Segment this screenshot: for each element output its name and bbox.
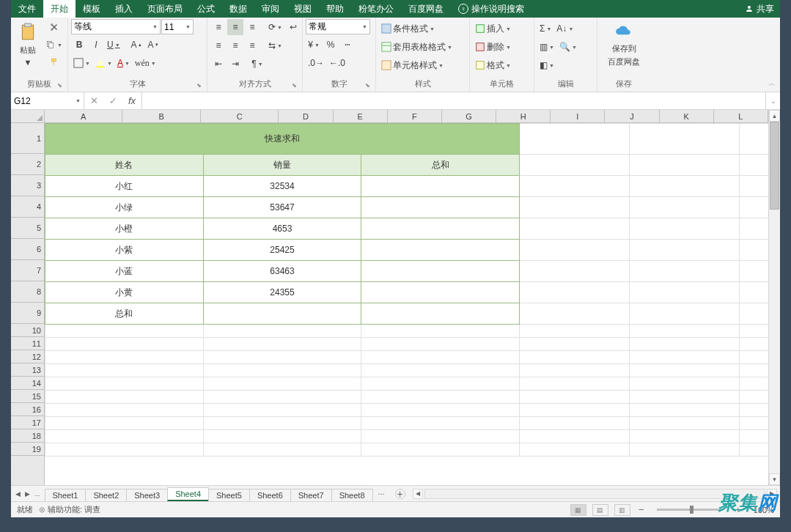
paste-button[interactable]: 粘贴 ▼: [14, 19, 42, 70]
cell[interactable]: [740, 404, 768, 417]
comma-button[interactable]: ⵈ: [339, 37, 356, 53]
cell[interactable]: [740, 176, 768, 197]
horizontal-scrollbar[interactable]: ◀ ▶: [410, 486, 780, 501]
cell[interactable]: [520, 155, 630, 176]
cell[interactable]: [630, 404, 740, 417]
menu-page-layout[interactable]: 页面布局: [140, 0, 190, 18]
cell[interactable]: [630, 364, 740, 377]
cell[interactable]: [361, 443, 520, 457]
row-header[interactable]: 12: [11, 350, 44, 363]
cell[interactable]: [740, 240, 768, 261]
row-header[interactable]: 18: [11, 429, 44, 443]
tab-more-right[interactable]: ...: [372, 486, 391, 501]
dialog-launcher-icon[interactable]: ⬊: [195, 82, 202, 89]
sheet-tab[interactable]: Sheet7: [290, 489, 332, 501]
menu-home[interactable]: 开始: [43, 0, 76, 18]
sheet-tab[interactable]: Sheet2: [85, 489, 127, 501]
menu-data[interactable]: 数据: [222, 0, 254, 18]
view-page-layout-button[interactable]: ▤: [592, 504, 608, 516]
sheet-tab[interactable]: Sheet5: [208, 489, 250, 501]
cell[interactable]: [630, 430, 740, 443]
cell[interactable]: [740, 391, 768, 404]
cell[interactable]: [520, 124, 630, 155]
cell[interactable]: 53647: [203, 197, 361, 218]
cell[interactable]: [361, 417, 520, 430]
cell[interactable]: [203, 391, 361, 404]
cell[interactable]: [740, 218, 768, 240]
cell[interactable]: [361, 325, 520, 338]
cell[interactable]: [203, 430, 361, 443]
cell[interactable]: [45, 325, 204, 338]
cell[interactable]: [520, 377, 630, 391]
cell[interactable]: [361, 303, 520, 325]
insert-function-button[interactable]: fx: [122, 95, 141, 106]
enter-formula-button[interactable]: ✓: [103, 95, 122, 106]
collapse-ribbon-button[interactable]: ︿: [768, 78, 776, 89]
cell[interactable]: [361, 391, 520, 404]
scroll-thumb[interactable]: [770, 122, 779, 210]
align-bottom-button[interactable]: ≡: [244, 19, 260, 35]
underline-button[interactable]: U▼: [105, 37, 122, 53]
hscroll-right-button[interactable]: ▶: [767, 489, 777, 499]
increase-decimal-button[interactable]: .0→: [306, 55, 326, 71]
column-header[interactable]: G: [442, 110, 496, 122]
cell[interactable]: [45, 443, 204, 457]
cell[interactable]: [630, 377, 740, 391]
sort-filter-button[interactable]: A↓▼: [554, 21, 575, 37]
orientation-button[interactable]: ⟳▼: [266, 19, 284, 35]
cell[interactable]: [740, 197, 768, 218]
row-header[interactable]: 19: [11, 443, 44, 456]
conditional-format-button[interactable]: 条件格式▼: [379, 21, 466, 37]
cell[interactable]: [203, 377, 361, 391]
font-color-button[interactable]: A▼: [115, 55, 132, 71]
cell[interactable]: [520, 218, 630, 240]
find-select-button[interactable]: 🔍▼: [557, 39, 579, 55]
sheet-tab[interactable]: Sheet8: [331, 489, 373, 501]
cell[interactable]: [203, 443, 361, 457]
hscroll-track[interactable]: [424, 489, 765, 499]
cell[interactable]: [203, 351, 361, 364]
row-header[interactable]: 3: [11, 175, 44, 196]
cell[interactable]: [740, 303, 768, 325]
menu-baidu-pan[interactable]: 百度网盘: [401, 0, 451, 18]
cell[interactable]: [203, 404, 361, 417]
sheet-tab[interactable]: Sheet1: [45, 489, 87, 501]
row-header[interactable]: 6: [11, 239, 44, 260]
cell[interactable]: [361, 282, 520, 303]
cell[interactable]: 总和: [361, 155, 520, 176]
cell[interactable]: [520, 325, 630, 338]
cell[interactable]: [203, 325, 361, 338]
sheet-tab[interactable]: Sheet6: [249, 489, 291, 501]
scroll-down-button[interactable]: ▼: [769, 473, 780, 485]
cell[interactable]: 小黄: [45, 282, 204, 303]
cell[interactable]: [740, 338, 768, 351]
sheet-tab[interactable]: Sheet3: [126, 489, 168, 501]
cell[interactable]: [630, 391, 740, 404]
zoom-level[interactable]: 100%: [754, 506, 774, 514]
cell[interactable]: [520, 197, 630, 218]
row-headers[interactable]: 12345678910111213141516171819: [11, 123, 45, 485]
cell[interactable]: [361, 338, 520, 351]
cell[interactable]: 63463: [203, 261, 361, 282]
cell[interactable]: [45, 377, 204, 391]
cell[interactable]: [361, 197, 520, 218]
column-header[interactable]: C: [201, 110, 279, 122]
cell[interactable]: [520, 351, 630, 364]
cell[interactable]: [630, 417, 740, 430]
row-header[interactable]: 15: [11, 390, 44, 403]
font-size-combo[interactable]: 11▼: [161, 19, 194, 34]
column-header[interactable]: H: [496, 110, 551, 122]
cell[interactable]: [630, 197, 740, 218]
cell[interactable]: 姓名: [45, 155, 204, 176]
cell[interactable]: [520, 364, 630, 377]
cell[interactable]: 小红: [45, 176, 204, 197]
borders-button[interactable]: ▼: [71, 55, 92, 71]
column-header[interactable]: D: [279, 110, 333, 122]
fill-button[interactable]: ▥▼: [537, 39, 556, 55]
autosum-button[interactable]: Σ▼: [537, 21, 553, 37]
row-header[interactable]: 9: [11, 303, 44, 324]
align-right-button[interactable]: ≡: [244, 37, 260, 53]
cell[interactable]: [740, 325, 768, 338]
cell[interactable]: [361, 351, 520, 364]
cell[interactable]: 小橙: [45, 218, 204, 240]
